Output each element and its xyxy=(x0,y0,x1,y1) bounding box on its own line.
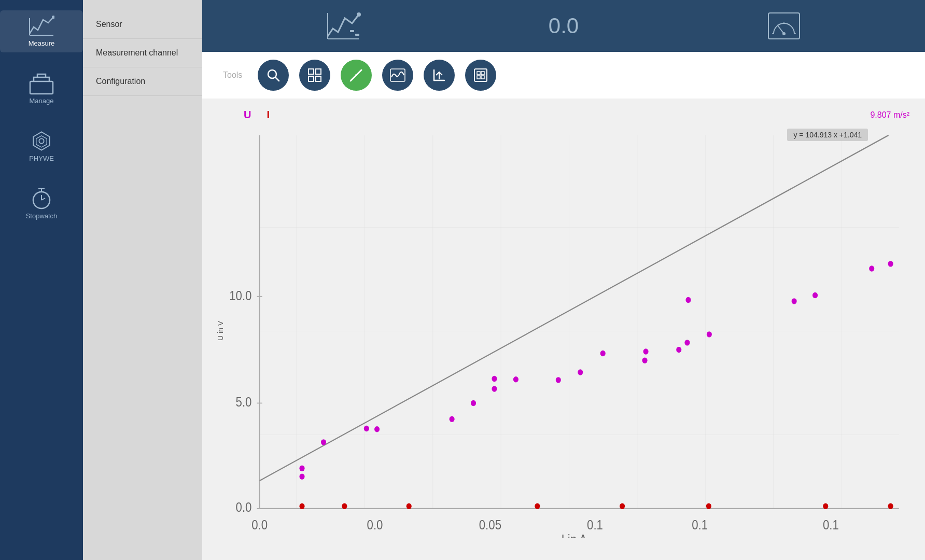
svg-rect-16 xyxy=(350,30,354,32)
svg-point-86 xyxy=(706,503,711,509)
svg-point-84 xyxy=(535,503,540,509)
svg-point-63 xyxy=(513,376,518,382)
svg-point-62 xyxy=(492,386,497,391)
svg-line-10 xyxy=(41,198,45,200)
chart-svg-container: y = 104.913 x +1.041 0.0 xyxy=(228,123,909,538)
svg-text:5.0: 5.0 xyxy=(236,395,252,410)
tool-wave-button[interactable] xyxy=(382,60,413,91)
svg-rect-25 xyxy=(309,69,314,74)
svg-line-24 xyxy=(275,77,279,81)
gauge-icon[interactable] xyxy=(766,10,802,41)
sidebar-item-measure-label: Measure xyxy=(29,39,55,47)
svg-point-83 xyxy=(407,503,412,509)
sidebar-item-stopwatch-label: Stopwatch xyxy=(26,212,58,220)
svg-point-76 xyxy=(642,357,648,363)
svg-rect-27 xyxy=(309,76,314,81)
stopwatch-icon xyxy=(29,188,54,209)
chart-wrapper: U in V y = 104.913 x +1.041 xyxy=(213,123,909,538)
svg-rect-26 xyxy=(316,69,321,74)
svg-point-59 xyxy=(321,439,326,445)
top-bar: 0.0 xyxy=(202,0,925,52)
svg-point-87 xyxy=(823,503,828,509)
svg-point-85 xyxy=(620,503,625,509)
svg-point-78 xyxy=(707,331,712,337)
svg-point-82 xyxy=(342,503,347,509)
tool-search-button[interactable] xyxy=(258,60,289,91)
top-bar-gauge-section xyxy=(674,10,894,41)
top-bar-chart-section xyxy=(233,10,454,41)
svg-text:0.0: 0.0 xyxy=(251,518,268,533)
svg-point-73 xyxy=(471,400,476,406)
svg-marker-5 xyxy=(36,136,47,147)
svg-rect-40 xyxy=(481,76,484,79)
sidebar-item-manage-label: Manage xyxy=(30,97,54,105)
svg-line-18 xyxy=(777,25,784,34)
svg-text:I in A: I in A xyxy=(561,533,587,538)
chart-line-icon[interactable] xyxy=(325,10,361,41)
svg-text:0.1: 0.1 xyxy=(823,518,839,533)
svg-point-65 xyxy=(600,351,606,356)
top-bar-value-section: 0.0 xyxy=(454,13,674,38)
svg-point-79 xyxy=(792,298,797,304)
tools-label: Tools xyxy=(223,71,242,80)
svg-point-58 xyxy=(299,473,304,479)
sidebar-item-measure[interactable]: Measure xyxy=(0,10,83,52)
chart-label-i: I xyxy=(267,109,270,121)
svg-rect-28 xyxy=(316,76,321,81)
svg-point-71 xyxy=(299,465,304,471)
y-axis-label: U in V xyxy=(213,123,228,538)
tool-window-button[interactable] xyxy=(465,60,496,91)
tool-axes-button[interactable] xyxy=(424,60,455,91)
svg-text:0.05: 0.05 xyxy=(479,518,501,533)
sub-sidebar-item-measurement-channel[interactable]: Measurement channel xyxy=(83,39,202,67)
tool-grid-button[interactable] xyxy=(299,60,330,91)
tool-draw-button[interactable] xyxy=(341,60,372,91)
svg-point-60 xyxy=(364,426,369,431)
sub-sidebar-item-configuration[interactable]: Configuration xyxy=(83,67,202,96)
sub-sidebar: Sensor Measurement channel Configuration xyxy=(83,0,202,560)
svg-text:0.1: 0.1 xyxy=(587,518,603,533)
svg-text:0.0: 0.0 xyxy=(236,500,252,514)
svg-rect-39 xyxy=(477,76,480,79)
svg-point-64 xyxy=(492,376,497,382)
svg-point-14 xyxy=(357,12,361,17)
svg-point-19 xyxy=(782,32,786,35)
svg-point-80 xyxy=(888,261,893,267)
tools-bar: Tools xyxy=(202,52,925,99)
phywe-icon xyxy=(29,131,54,151)
svg-point-88 xyxy=(888,503,893,509)
svg-point-31 xyxy=(355,74,357,76)
svg-text:10.0: 10.0 xyxy=(229,288,251,303)
sidebar-item-phywe[interactable]: PHYWE xyxy=(0,125,83,167)
measure-icon xyxy=(29,16,54,36)
sub-sidebar-item-sensor[interactable]: Sensor xyxy=(83,10,202,39)
svg-rect-38 xyxy=(481,72,484,75)
svg-rect-41 xyxy=(260,135,899,509)
chart-labels-top: U I 9.807 m/s² xyxy=(213,109,909,121)
chart-label-u: U xyxy=(244,109,251,121)
svg-point-69 xyxy=(812,292,818,298)
svg-point-74 xyxy=(556,377,561,383)
svg-point-67 xyxy=(684,340,690,345)
svg-rect-37 xyxy=(477,72,480,75)
svg-rect-36 xyxy=(474,69,487,81)
svg-point-68 xyxy=(685,297,691,303)
svg-point-75 xyxy=(578,369,583,375)
svg-text:0.0: 0.0 xyxy=(367,518,383,533)
svg-point-81 xyxy=(299,503,304,509)
sidebar: Measure Manage PHYWE xyxy=(0,0,83,560)
regression-formula-label: y = 104.913 x +1.041 xyxy=(787,129,868,141)
svg-rect-3 xyxy=(30,81,53,94)
svg-point-6 xyxy=(39,138,44,143)
chart-area: U I 9.807 m/s² U in V y = 104.913 x +1.0… xyxy=(202,99,925,560)
main-content: 0.0 Tools xyxy=(202,0,925,560)
sidebar-item-phywe-label: PHYWE xyxy=(29,155,54,162)
svg-point-66 xyxy=(643,348,649,354)
svg-point-61 xyxy=(450,416,455,422)
top-bar-value: 0.0 xyxy=(549,13,579,38)
sidebar-item-manage[interactable]: Manage xyxy=(0,68,83,110)
svg-point-77 xyxy=(676,347,681,353)
svg-text:0.1: 0.1 xyxy=(692,518,708,533)
sidebar-item-stopwatch[interactable]: Stopwatch xyxy=(0,183,83,225)
svg-rect-15 xyxy=(355,34,359,36)
